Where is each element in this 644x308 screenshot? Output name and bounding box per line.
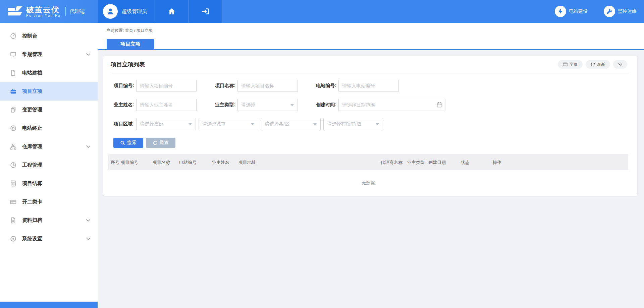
sidebar-item-system-settings[interactable]: 系统设置	[0, 230, 98, 248]
sidebar-item-engineering-mgmt[interactable]: 工程管理	[0, 156, 98, 174]
monitor-icon	[10, 51, 16, 58]
logout-button[interactable]	[189, 0, 222, 23]
sidebar-item-label: 开二类卡	[22, 199, 42, 205]
sidebar-item-general-mgmt[interactable]: 常规管理	[0, 45, 98, 64]
create-time-field	[338, 99, 445, 111]
town-select[interactable]: 请选择村镇/街道	[323, 118, 383, 130]
brand-title: 破茧云伏	[26, 6, 61, 14]
sidebar-item-open-type2-card[interactable]: 开二类卡	[0, 193, 98, 211]
app-header: 破茧云伏 Po Jian Yun Fu 代理端 超级管理员	[0, 0, 644, 23]
nav-monitor-ops[interactable]: 监控运维	[604, 6, 637, 17]
tab-project-initiation[interactable]: 项目立项	[107, 39, 154, 49]
gauge-icon	[10, 33, 16, 39]
sidebar-collapse-bar[interactable]	[0, 302, 98, 308]
col-project-address: 项目地址	[238, 160, 381, 166]
fullscreen-button[interactable]: 全屏	[558, 60, 583, 69]
copy-icon	[10, 107, 16, 113]
table-header-row: 序号 项目编号 项目名称 电站编号 业主姓名 项目地址 代理商名称 业主类型 创…	[108, 155, 628, 170]
form-actions: 搜索 重置	[113, 138, 637, 148]
col-owner-name: 业主姓名	[212, 160, 238, 166]
reset-label: 重置	[160, 140, 169, 146]
home-icon	[168, 8, 176, 15]
refresh-label: 刷新	[597, 62, 605, 67]
sidebar-item-warehouse-mgmt[interactable]: 仓库管理	[0, 137, 98, 156]
caret-down-icon	[376, 123, 379, 125]
sidebar-item-station-filing[interactable]: 电站建档	[0, 64, 98, 82]
chevron-down-icon	[86, 219, 90, 222]
collapse-card-button[interactable]	[613, 60, 627, 69]
caret-down-icon	[313, 123, 317, 125]
user-menu[interactable]: 超级管理员	[98, 0, 155, 23]
station-no-input[interactable]	[338, 80, 399, 92]
reset-button[interactable]: 重置	[146, 138, 175, 148]
owner-type-select[interactable]: 请选择	[237, 99, 298, 111]
card-title: 项目立项列表	[111, 61, 145, 68]
chevron-down-icon	[86, 238, 90, 240]
project-no-input[interactable]	[136, 80, 197, 92]
col-status: 状态	[461, 160, 493, 166]
chevron-down-icon	[86, 145, 90, 148]
sign-out-icon	[202, 8, 210, 15]
caret-down-icon	[189, 123, 192, 125]
pie-chart-icon	[10, 162, 16, 168]
form-row-3: 项目区域: 请选择省份 请选择城市 请选择县/区 请选择村镇/街道	[111, 118, 637, 130]
header-user-section: 超级管理员	[98, 0, 222, 23]
window-icon	[563, 62, 568, 66]
archive-icon	[10, 217, 16, 224]
col-actions: 操作	[493, 160, 628, 166]
sidebar-item-label: 变更管理	[22, 107, 42, 113]
breadcrumb-path[interactable]: 首页 / 项目立项	[125, 28, 153, 33]
fullscreen-label: 全屏	[570, 62, 578, 67]
search-form: 项目编号: 项目名称: 电站编号: 业主姓名: 业主类型: 请选择 创建时间:	[103, 73, 637, 130]
sidebar-item-station-termination[interactable]: 电站终止	[0, 119, 98, 137]
refresh-button[interactable]: 刷新	[586, 60, 610, 69]
sidebar-item-project-settlement[interactable]: 项目结算	[0, 174, 98, 193]
breadcrumb: 当前位置: 首页 / 项目立项	[107, 28, 153, 34]
page-body: 项目立项列表 全屏 刷新	[98, 50, 644, 196]
create-time-label: 创建时间:	[298, 102, 338, 108]
province-select[interactable]: 请选择省份	[136, 118, 196, 130]
project-no-label: 项目编号:	[111, 83, 136, 89]
stop-circle-icon	[10, 125, 16, 131]
city-select[interactable]: 请选择城市	[199, 118, 258, 130]
search-button[interactable]: 搜索	[113, 138, 143, 148]
brand-subtitle: Po Jian Yun Fu	[26, 14, 61, 17]
project-name-input[interactable]	[237, 80, 298, 92]
owner-name-label: 业主姓名:	[111, 102, 136, 108]
calculator-icon	[10, 180, 16, 187]
main-content: 当前位置: 首页 / 项目立项 项目立项 项目立项列表 全屏 刷新	[98, 23, 644, 308]
header-nav: 电站建设 监控运维	[222, 0, 644, 23]
col-project-name: 项目名称	[153, 160, 179, 166]
avatar[interactable]	[103, 4, 118, 19]
sidebar-item-change-mgmt[interactable]: 变更管理	[0, 101, 98, 119]
col-owner-type: 业主类型	[407, 160, 428, 166]
brand-logo-icon	[7, 6, 23, 17]
card-toolbar: 全屏 刷新	[558, 60, 627, 69]
sidebar-item-label: 仓库管理	[22, 143, 42, 150]
home-button[interactable]	[155, 0, 189, 23]
sidebar-item-dashboard[interactable]: 控制台	[0, 27, 98, 45]
nav-station-build[interactable]: 电站建设	[555, 6, 588, 17]
town-placeholder: 请选择村镇/街道	[327, 121, 361, 127]
caret-down-icon	[290, 104, 294, 106]
owner-type-placeholder: 请选择	[241, 102, 255, 108]
sidebar-item-data-archive[interactable]: 资料归档	[0, 211, 98, 230]
brand-text: 破茧云伏 Po Jian Yun Fu	[26, 6, 61, 17]
sidebar-item-label: 系统设置	[22, 236, 42, 242]
sidebar-item-label: 工程管理	[22, 162, 42, 168]
wrench-icon	[604, 6, 615, 17]
project-table: 序号 项目编号 项目名称 电站编号 业主姓名 项目地址 代理商名称 业主类型 创…	[108, 155, 628, 195]
search-icon	[120, 140, 125, 145]
owner-name-input[interactable]	[136, 99, 197, 111]
project-name-label: 项目名称:	[197, 83, 237, 89]
brand: 破茧云伏 Po Jian Yun Fu 代理端	[0, 0, 98, 23]
username: 超级管理员	[122, 8, 147, 15]
chevron-down-icon	[86, 53, 90, 56]
sidebar-item-project-initiation[interactable]: 项目立项	[0, 82, 98, 101]
brand-separator	[65, 7, 66, 16]
gear-icon	[10, 236, 16, 242]
col-create-date: 创建日期	[428, 160, 461, 166]
create-time-input[interactable]	[338, 99, 445, 111]
county-select[interactable]: 请选择县/区	[261, 118, 321, 130]
owner-type-label: 业主类型:	[197, 102, 237, 108]
